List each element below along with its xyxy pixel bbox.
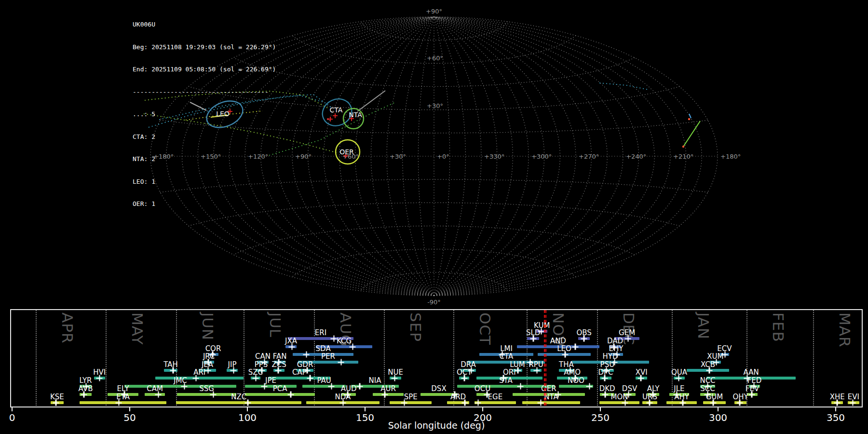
peak-marker-FEV <box>748 392 755 398</box>
peak-marker-AUR <box>381 392 388 398</box>
session-info: UK006U Beg: 20251108 19:29:03 (sol = 226… <box>133 6 276 215</box>
peak-marker-EVI <box>850 400 856 406</box>
shower-label-STA: STA <box>499 377 513 384</box>
peak-marker-NTA <box>538 400 544 406</box>
shower-bar-AUR <box>373 393 404 396</box>
x-axis-tick <box>129 407 130 411</box>
longitude-label: +210° <box>673 153 693 160</box>
x-axis-tick-label: 50 <box>113 412 147 423</box>
meteor-observation-summary: { "header": { "station": "UK006U", "beg"… <box>0 0 868 434</box>
month-separator <box>106 310 107 406</box>
peak-marker-LEO <box>562 352 568 358</box>
month-label-jun: JUN <box>199 312 217 340</box>
peak-marker-ZCS <box>275 367 281 374</box>
peak-marker-CAP <box>307 375 313 381</box>
month-label-jul: JUL <box>267 312 284 338</box>
month-separator <box>527 310 528 406</box>
peak-marker-OHY <box>736 400 743 406</box>
count-oer: OER: 1 <box>133 200 276 208</box>
peak-marker-TAH <box>170 367 176 374</box>
session-begin: Beg: 20251108 19:29:03 (sol = 226.29°) <box>133 43 276 51</box>
peak-marker-HVI <box>96 375 103 381</box>
separator-line: ------------------------------------ <box>133 88 276 96</box>
peak-marker-NOO <box>586 383 593 390</box>
month-label-apr: APR <box>59 312 76 343</box>
peak-marker-KSE <box>53 400 59 406</box>
peak-marker-AND <box>572 344 578 350</box>
shower-label-DSX: DSX <box>431 385 446 393</box>
peak-marker-GUM <box>710 400 716 406</box>
peak-marker-XVI <box>637 375 644 381</box>
month-separator <box>314 310 315 406</box>
peak-marker-JMC <box>181 383 188 390</box>
x-axis-tick <box>482 407 483 411</box>
latitude-label: +30° <box>427 102 443 109</box>
x-axis-tick-label: 150 <box>348 412 382 423</box>
peak-marker-CAM <box>155 392 162 398</box>
shower-bar-SPE <box>390 401 432 404</box>
peak-marker-DKD <box>602 392 608 398</box>
month-label-sep: SEP <box>407 312 424 342</box>
x-axis-tick-label: 200 <box>466 412 500 423</box>
month-label-may: MAY <box>129 312 146 345</box>
peak-marker-OCT <box>461 375 467 381</box>
peak-marker-NIA <box>356 383 363 390</box>
peak-marker-QUA <box>676 375 682 381</box>
x-axis-tick-label: 250 <box>583 412 617 423</box>
peak-marker-KCG <box>350 344 356 350</box>
peak-marker-RPU <box>534 367 540 374</box>
peak-marker-XHE <box>834 400 840 406</box>
meteor-trail <box>357 91 385 111</box>
radiant-label-OER: OER <box>339 148 354 156</box>
peak-marker-JPE <box>261 383 268 390</box>
peak-marker-NZC <box>244 400 251 406</box>
peak-marker-SLD <box>530 336 536 342</box>
longitude-label: +0° <box>437 153 449 160</box>
month-separator <box>813 310 814 406</box>
peak-marker-SDA <box>303 352 310 358</box>
meteor-trail <box>689 114 691 118</box>
peak-marker-NDA <box>340 400 346 406</box>
count-nta: NTA: 2 <box>133 155 276 163</box>
peak-marker-STA <box>517 383 524 390</box>
longitude-label: +300° <box>531 153 552 160</box>
month-label-mar: MAR <box>836 312 854 348</box>
longitude-label: +180° <box>720 153 741 160</box>
peak-marker-PCA <box>287 392 294 398</box>
peak-marker-JIP <box>231 367 237 374</box>
shower-label-PER: PER <box>321 353 335 360</box>
shower-label-OER: OER <box>541 385 556 393</box>
peak-marker-ETA <box>116 400 122 406</box>
pole-label-top: +90° <box>426 8 442 15</box>
current-sol-marker <box>544 310 546 406</box>
peak-marker-PAU <box>328 383 335 390</box>
shower-bar-PAU <box>302 385 346 388</box>
peak-marker-JXA <box>289 344 295 350</box>
radiant-label-CTA: CTA <box>330 106 343 114</box>
month-label-oct: OCT <box>476 312 494 345</box>
shower-bar-SSG <box>177 393 236 396</box>
x-axis-tick-label: 350 <box>819 412 853 423</box>
count-leo: LEO: 1 <box>133 178 276 186</box>
shower-bar-JMC <box>124 385 236 388</box>
peak-marker-PER <box>338 359 344 366</box>
month-separator <box>672 310 673 406</box>
peak-marker-EGE <box>475 400 481 406</box>
peak-marker-XCB <box>706 367 712 374</box>
peak-marker-AVB <box>81 392 87 398</box>
session-end: End: 20251109 05:08:50 (sol = 226.69°) <box>133 66 276 73</box>
x-axis-tick-label: 0 <box>0 412 29 423</box>
month-separator <box>597 310 598 406</box>
shower-label-SDA: SDA <box>316 345 331 353</box>
count-sporadic: ...: 5 <box>133 110 276 118</box>
peak-marker-GEM <box>625 336 631 342</box>
radiant-label-NTA: NTA <box>349 111 362 119</box>
shower-label-CTA: CTA <box>499 353 513 360</box>
x-axis-tick <box>247 407 248 411</box>
peak-marker-JEA <box>205 367 211 374</box>
peak-marker-AHY <box>679 400 686 406</box>
shower-bar-MON <box>599 401 639 404</box>
shower-label-ERI: ERI <box>315 329 326 337</box>
x-axis-tick <box>12 407 13 411</box>
meteor-trail <box>683 121 700 147</box>
